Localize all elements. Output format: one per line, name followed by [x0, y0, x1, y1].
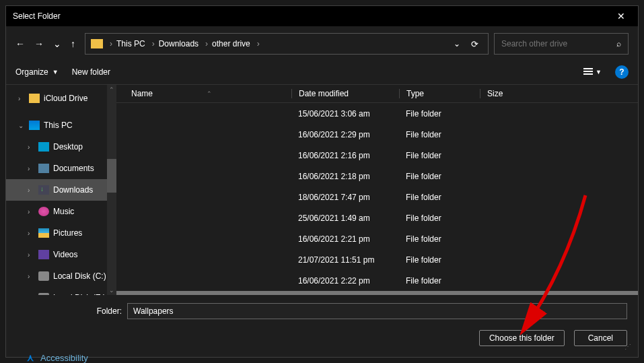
breadcrumb-item[interactable]: other drive: [209, 39, 256, 48]
table-row[interactable]: 16/06/2021 2:22 pmFile folder: [116, 270, 638, 291]
tree-item-label: Local Disk (C:): [53, 271, 106, 281]
pc-icon: [29, 121, 40, 130]
table-row[interactable]: 21/07/2021 11:51 pmFile folder: [116, 249, 638, 270]
tree-item-label: iCloud Drive: [44, 94, 87, 103]
row-date: 21/07/2021 11:51 pm: [291, 255, 399, 265]
chevron-icon[interactable]: ›: [28, 294, 34, 296]
chevron-icon[interactable]: ›: [28, 187, 34, 194]
button-row: Choose this folder Cancel: [17, 330, 627, 346]
table-row[interactable]: 15/06/2021 3:06 amFile folder: [116, 103, 638, 124]
videos-icon: [38, 250, 49, 259]
search-box[interactable]: ⌕: [494, 33, 629, 55]
breadcrumb-item[interactable]: This PC: [114, 39, 151, 48]
chevron-icon[interactable]: ›: [28, 165, 34, 172]
row-type: File folder: [399, 255, 480, 265]
chevron-icon[interactable]: ›: [18, 95, 25, 102]
row-date: 15/06/2021 3:06 am: [291, 109, 399, 119]
chevron-right-icon: ›: [257, 39, 260, 48]
accessibility-icon: ⋏: [27, 352, 34, 363]
accessibility-label: Accessibility: [40, 353, 88, 363]
table-row[interactable]: 18/06/2021 7:47 pmFile folder: [116, 187, 638, 207]
row-date: 16/06/2021 2:18 pm: [291, 172, 399, 181]
file-list: 15/06/2021 3:06 amFile folder16/06/2021 …: [116, 103, 638, 295]
tree-item[interactable]: ›Pictures: [6, 222, 116, 244]
column-date[interactable]: Date modified: [291, 89, 399, 98]
scroll-up-icon[interactable]: ⌃: [108, 86, 115, 93]
organize-button[interactable]: Organize ▼: [15, 67, 59, 77]
column-headers: Name⌃ Date modified Type Size: [116, 85, 638, 103]
column-size[interactable]: Size: [480, 89, 534, 98]
chevron-down-icon: ▼: [596, 69, 602, 75]
chevron-icon[interactable]: ›: [28, 251, 34, 259]
chevron-down-icon[interactable]: ⌄: [454, 39, 460, 48]
table-row[interactable]: 25/06/2021 1:49 amFile folder: [116, 207, 638, 228]
footer: Folder: Choose this folder Cancel: [6, 295, 638, 357]
cancel-button[interactable]: Cancel: [574, 330, 627, 346]
folder-icon: [91, 39, 103, 48]
folder-label: Folder:: [17, 306, 122, 316]
scroll-down-icon[interactable]: ⌄: [108, 287, 115, 294]
folder-input[interactable]: [127, 303, 627, 319]
view-button[interactable]: ▼: [583, 68, 602, 76]
recent-dropdown-icon[interactable]: ⌄: [53, 38, 61, 49]
refresh-icon[interactable]: ⟳: [467, 39, 482, 49]
row-date: 16/06/2021 2:22 pm: [291, 276, 399, 286]
close-icon[interactable]: ✕: [611, 11, 631, 22]
scrollbar[interactable]: ⌃ ⌄: [107, 85, 116, 295]
tree-item[interactable]: ›Local Disk (C:): [6, 265, 116, 287]
sidebar: ⌃ ⌄ ›iCloud Drive⌄This PC›Desktop›Docume…: [6, 85, 116, 295]
chevron-icon[interactable]: ⌄: [18, 122, 25, 129]
tree-item-label: Downloads: [53, 185, 93, 195]
table-row[interactable]: 16/06/2021 2:16 pmFile folder: [116, 145, 638, 166]
breadcrumb[interactable]: › This PC › Downloads › other drive › ⌄ …: [85, 33, 489, 55]
row-date: 25/06/2021 1:49 am: [291, 213, 399, 223]
chevron-icon[interactable]: ›: [28, 143, 34, 151]
row-date: 16/06/2021 2:29 pm: [291, 130, 399, 139]
row-type: File folder: [399, 130, 480, 139]
downloads-icon: [38, 185, 49, 195]
tree-item[interactable]: ›iCloud Drive: [6, 88, 116, 109]
tree-item-label: This PC: [44, 121, 73, 130]
chevron-icon[interactable]: ›: [28, 230, 34, 237]
tree-item[interactable]: ›Downloads: [6, 179, 116, 201]
sort-indicator-icon: ⌃: [207, 90, 212, 97]
tree-item-label: Documents: [53, 164, 94, 173]
tree-item-label: Videos: [53, 250, 77, 259]
tree-item[interactable]: ›Music: [6, 201, 116, 222]
back-icon[interactable]: ←: [15, 38, 25, 49]
table-row[interactable]: 16/06/2021 2:18 pmFile folder: [116, 166, 638, 187]
choose-folder-button[interactable]: Choose this folder: [479, 330, 565, 346]
tree-item[interactable]: ›Videos: [6, 244, 116, 265]
scrollbar-thumb[interactable]: [107, 159, 116, 193]
breadcrumb-item[interactable]: Downloads: [156, 39, 204, 48]
chevron-right-icon: ›: [205, 39, 208, 48]
table-row[interactable]: 16/06/2021 2:29 pmFile folder: [116, 124, 638, 145]
tree-item[interactable]: ⌄This PC: [6, 114, 116, 136]
music-icon: [38, 207, 49, 216]
list-view-icon: [583, 68, 593, 76]
chevron-icon[interactable]: ›: [28, 273, 34, 280]
column-name[interactable]: Name⌃: [116, 89, 291, 98]
up-icon[interactable]: ↑: [71, 38, 75, 49]
row-type: File folder: [399, 151, 480, 160]
titlebar: Select Folder ✕: [6, 6, 638, 26]
help-icon[interactable]: ?: [615, 65, 629, 79]
docs-icon: [38, 164, 49, 173]
new-folder-button[interactable]: New folder: [72, 67, 110, 77]
row-type: File folder: [399, 172, 480, 181]
tree-item[interactable]: ›Local Disk (E:): [6, 287, 116, 295]
search-input[interactable]: [501, 39, 616, 48]
tree-item[interactable]: ›Desktop: [6, 136, 116, 158]
resize-grip-icon[interactable]: ⋰: [624, 343, 631, 350]
main-area: ⌃ ⌄ ›iCloud Drive⌄This PC›Desktop›Docume…: [6, 84, 638, 295]
search-icon[interactable]: ⌕: [616, 39, 621, 48]
column-type[interactable]: Type: [399, 89, 480, 98]
forward-icon[interactable]: →: [34, 38, 44, 49]
table-row[interactable]: 16/06/2021 2:21 pmFile folder: [116, 228, 638, 249]
tree-item-label: Pictures: [53, 228, 82, 238]
nav-arrows: ← → ⌄ ↑: [15, 38, 85, 49]
toolbar: Organize ▼ New folder ▼ ?: [6, 60, 638, 84]
tree-item[interactable]: ›Documents: [6, 158, 116, 179]
chevron-icon[interactable]: ›: [28, 208, 34, 216]
window-title: Select Folder: [13, 11, 611, 21]
